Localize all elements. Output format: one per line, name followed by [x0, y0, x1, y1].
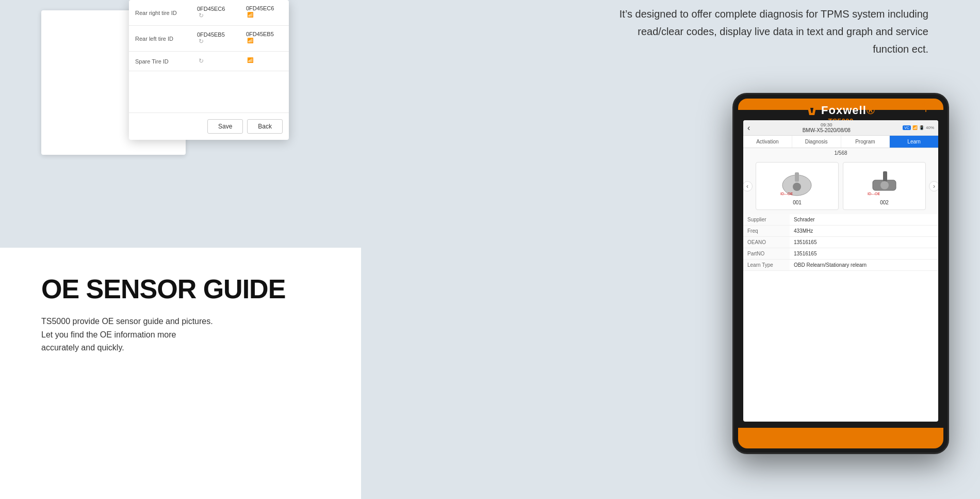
- screen-status-bar: VC 📶 📳 40%: [903, 125, 934, 130]
- sensor-image-001: ID---OE: [777, 167, 818, 198]
- screen-tab-learn[interactable]: Learn: [890, 136, 938, 148]
- wifi-icon: 📶: [246, 12, 254, 20]
- info-row: Learn TypeOBD Relearn/Stationary relearn: [743, 260, 938, 271]
- tpms-description: It’s designed to offer complete diagnosi…: [619, 5, 928, 58]
- back-button[interactable]: Back: [247, 119, 283, 134]
- wifi-icon: 📶: [246, 38, 254, 46]
- signal-icon: [920, 101, 932, 115]
- info-value-oeano: 13516165: [790, 237, 938, 248]
- screen-pagination: 1/568: [743, 148, 938, 158]
- tire-id-value-left: 0FD45EB5 ↻: [191, 26, 240, 52]
- svg-point-2: [925, 107, 927, 109]
- wifi-icon: 📶: [246, 57, 254, 66]
- tire-label: Rear left tire ID: [129, 26, 191, 52]
- tire-id-value-right: 📶: [240, 52, 289, 71]
- info-key-freq: Freq: [743, 226, 790, 237]
- screen-header: ‹ 09:30 BMW-X5-2020/08/08 VC 📶 📳 40%: [743, 120, 938, 136]
- info-key-partno: PartNO: [743, 248, 790, 260]
- sensor-card-001: ID---OE 001: [756, 162, 839, 210]
- screen-vehicle: BMW-X5-2020/08/08: [750, 127, 903, 133]
- refresh-icon[interactable]: ↻: [197, 12, 205, 20]
- screen-tab-diagnosis[interactable]: Diagnosis: [792, 136, 841, 148]
- svg-point-10: [880, 181, 889, 189]
- device-body: Foxwell® TS5000 ‹: [732, 93, 949, 454]
- info-row: PartNO13516165: [743, 248, 938, 260]
- sensor-cards: ID---OE 001 ID---OE 002: [756, 162, 926, 210]
- screen-time: 09:30: [750, 122, 903, 127]
- right-panel: It’s designed to offer complete diagnosi…: [361, 0, 980, 499]
- refresh-icon[interactable]: ↻: [197, 38, 205, 46]
- oe-sensor-desc-line1: TS5000 provide OE sensor guide and pictu…: [41, 315, 330, 328]
- foxwell-brand-name: Foxwell®: [818, 104, 875, 117]
- svg-text:ID---OE: ID---OE: [780, 192, 793, 196]
- table-row: Rear right tire ID0FD45EC6 ↻0FD45EC6 📶: [129, 0, 289, 26]
- foxwell-icon: [806, 105, 818, 116]
- tire-label: Spare Tire ID: [129, 52, 191, 71]
- dialog-footer: Save Back: [129, 112, 289, 140]
- sensor-label-001: 001: [758, 200, 836, 205]
- info-key-supplier: Supplier: [743, 214, 790, 226]
- tpms-description-text: It’s designed to offer complete diagnosi…: [619, 5, 928, 58]
- info-row: OEANO13516165: [743, 237, 938, 248]
- screen-tab-program[interactable]: Program: [841, 136, 890, 148]
- info-value-partno: 13516165: [790, 248, 938, 260]
- table-row: Rear left tire ID0FD45EB5 ↻0FD45EB5 📶: [129, 26, 289, 52]
- svg-rect-5: [795, 172, 799, 182]
- oe-sensor-section: OE SENSOR GUIDE TS5000 provide OE sensor…: [41, 273, 330, 355]
- orange-bottom-bar: [738, 428, 943, 448]
- tire-id-value-left: ↻: [191, 52, 240, 71]
- foxwell-device: Foxwell® TS5000 ‹: [732, 93, 959, 485]
- next-sensor-button[interactable]: ›: [929, 181, 938, 191]
- info-key-learn type: Learn Type: [743, 260, 790, 271]
- battery-status: 40%: [926, 125, 934, 130]
- info-value-supplier: Schrader: [790, 214, 938, 226]
- sensor-card-002: ID---OE 002: [843, 162, 926, 210]
- table-row: Spare Tire ID↻📶: [129, 52, 289, 71]
- sensor-images-section: ‹ ID---OE 001 ID---OE 002 ›: [743, 158, 938, 214]
- info-key-oeano: OEANO: [743, 237, 790, 248]
- oe-sensor-desc-line3: accurately and quickly.: [41, 341, 330, 355]
- svg-rect-9: [883, 171, 887, 182]
- wifi-status-icon: 📶: [912, 125, 918, 130]
- screen-tab-activation[interactable]: Activation: [743, 136, 792, 148]
- screen-tab-bar: ActivationDiagnosisProgramLearn: [743, 136, 938, 148]
- save-button[interactable]: Save: [207, 119, 243, 134]
- device-screen: ‹ 09:30 BMW-X5-2020/08/08 VC 📶 📳 40% Act…: [743, 120, 938, 422]
- tire-id-table: Rear right tire ID0FD45EC6 ↻0FD45EC6 📶Re…: [129, 0, 289, 71]
- tire-id-dialog: Rear right tire ID0FD45EC6 ↻0FD45EC6 📶Re…: [129, 0, 289, 140]
- sensor-label-002: 002: [845, 200, 923, 205]
- registered-mark: ®: [867, 104, 875, 117]
- info-row: Freq433MHz: [743, 226, 938, 237]
- tire-id-value-left: 0FD45EC6 ↻: [191, 0, 240, 26]
- tire-label: Rear right tire ID: [129, 0, 191, 26]
- oe-sensor-desc-line2: Let you find the OE information more: [41, 328, 330, 342]
- oe-sensor-title: OE SENSOR GUIDE: [41, 273, 330, 304]
- info-value-learn type: OBD Relearn/Stationary relearn: [790, 260, 938, 271]
- info-row: SupplierSchrader: [743, 214, 938, 226]
- prev-sensor-button[interactable]: ‹: [743, 181, 753, 191]
- refresh-icon[interactable]: ↻: [197, 57, 205, 66]
- vc-badge: VC: [903, 125, 911, 130]
- tire-id-value-right: 0FD45EB5 📶: [240, 26, 289, 52]
- info-value-freq: 433MHz: [790, 226, 938, 237]
- sensor-info-table: SupplierSchraderFreq433MHzOEANO13516165P…: [743, 214, 938, 271]
- bluetooth-icon: 📳: [919, 125, 924, 130]
- sensor-image-002: ID---OE: [864, 167, 905, 198]
- svg-text:ID---OE: ID---OE: [868, 192, 880, 196]
- tire-id-value-right: 0FD45EC6 📶: [240, 0, 289, 26]
- svg-point-6: [793, 183, 801, 191]
